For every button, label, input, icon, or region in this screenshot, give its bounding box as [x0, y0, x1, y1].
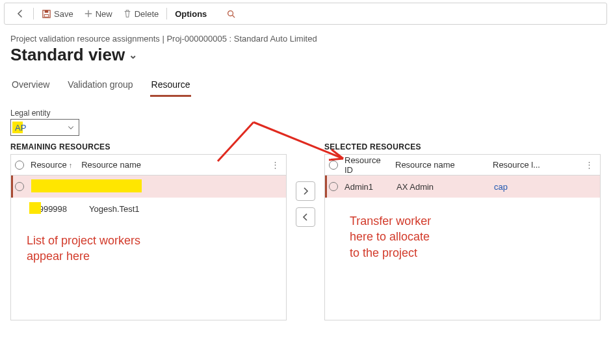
save-label: Save	[54, 9, 73, 19]
table-row[interactable]: P999998 Yogesh.Test1	[11, 198, 286, 220]
grid-header: Resource Resource name ⋮	[11, 155, 286, 176]
remaining-title: REMAINING RESOURCES	[10, 142, 287, 151]
move-left-button[interactable]	[296, 207, 315, 227]
back-button[interactable]	[10, 6, 31, 21]
new-label: New	[96, 9, 112, 19]
row-radio[interactable]	[15, 182, 24, 191]
remaining-grid: Resource Resource name ⋮ P999998 Yogesh.…	[10, 154, 287, 320]
annotation-left: List of project workers appear here	[27, 233, 140, 265]
col-resource-name[interactable]: Resource name	[81, 160, 150, 170]
grid-menu[interactable]: ⋮	[268, 160, 282, 170]
chevron-down-icon	[67, 124, 75, 131]
tab-strip: Overview Validation group Resource	[10, 75, 601, 97]
delete-label: Delete	[135, 9, 159, 19]
search-icon	[226, 9, 236, 19]
new-button[interactable]: New	[79, 6, 118, 21]
legal-entity-value: AP	[15, 123, 26, 133]
table-row[interactable]	[11, 176, 286, 198]
col-resource-id[interactable]: Resource ID	[344, 155, 395, 175]
cell-resource-name: AX Admin	[396, 182, 494, 192]
legal-entity-select[interactable]: AP	[10, 119, 79, 136]
view-selector[interactable]: Standard view ⌄	[10, 45, 601, 65]
page-title-text: Standard view	[10, 45, 125, 65]
row-radio[interactable]	[329, 182, 338, 191]
trash-icon	[123, 9, 132, 18]
transfer-buttons	[296, 181, 315, 227]
selected-title: SELECTED RESOURCES	[324, 142, 601, 151]
col-resource[interactable]: Resource	[31, 160, 81, 170]
svg-rect-2	[44, 14, 49, 17]
options-button[interactable]: Options	[170, 6, 212, 21]
search-button[interactable]	[221, 6, 241, 21]
legal-entity-label: Legal entity	[10, 109, 601, 118]
chevron-down-icon: ⌄	[129, 49, 137, 61]
save-button[interactable]: Save	[36, 6, 79, 21]
cell-resource-legal: cap	[494, 182, 596, 192]
tab-overview[interactable]: Overview	[10, 75, 51, 97]
select-all-radio[interactable]	[15, 161, 24, 170]
delete-button[interactable]: Delete	[118, 6, 164, 21]
save-icon	[42, 9, 51, 19]
command-bar: Save New Delete Options	[4, 3, 607, 25]
options-label: Options	[175, 9, 207, 19]
arrow-left-icon	[15, 8, 25, 19]
selected-grid: Resource ID Resource name Resource l... …	[324, 154, 601, 320]
select-all-radio[interactable]	[329, 161, 338, 170]
breadcrumb: Project validation resource assignments …	[10, 34, 601, 44]
separator	[33, 8, 34, 20]
svg-point-3	[228, 10, 233, 16]
highlight-marker	[29, 202, 41, 214]
selected-resources-panel: SELECTED RESOURCES Resource ID Resource …	[324, 142, 601, 320]
plus-icon	[84, 9, 93, 18]
tab-validation-group[interactable]: Validation group	[66, 75, 134, 97]
svg-rect-1	[45, 10, 49, 12]
remaining-resources-panel: REMAINING RESOURCES Resource Resource na…	[10, 142, 287, 320]
annotation-right: Transfer worker here to allocate to the …	[350, 213, 431, 261]
table-row[interactable]: Admin1 AX Admin cap	[325, 176, 600, 198]
cell-resource-id: Admin1	[344, 182, 396, 192]
grid-menu[interactable]: ⋮	[582, 160, 596, 170]
separator	[166, 8, 167, 20]
legal-entity-field: Legal entity AP	[10, 109, 601, 136]
col-resource-name[interactable]: Resource name	[395, 160, 493, 170]
highlight-marker	[31, 179, 142, 192]
move-right-button[interactable]	[296, 181, 315, 201]
cell-resource-name: Yogesh.Test1	[89, 204, 282, 214]
tab-resource[interactable]: Resource	[150, 75, 192, 97]
grid-header: Resource ID Resource name Resource l... …	[325, 155, 600, 176]
col-resource-legal[interactable]: Resource l...	[493, 160, 549, 170]
